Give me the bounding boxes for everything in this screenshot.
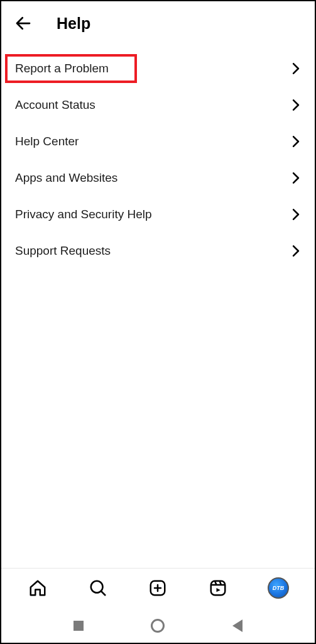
square-icon [74, 621, 84, 631]
menu-item-support-requests[interactable]: Support Requests [1, 233, 315, 269]
header: Help [1, 1, 315, 45]
reels-icon [209, 579, 227, 597]
menu-item-report-problem[interactable]: Report a Problem [1, 50, 315, 87]
chevron-right-icon [291, 246, 301, 256]
svg-rect-2 [211, 581, 226, 596]
menu-list: Report a Problem Account Status Help Cen… [1, 45, 315, 568]
menu-item-label: Support Requests [15, 244, 111, 258]
menu-item-help-center[interactable]: Help Center [1, 123, 315, 160]
nav-profile[interactable]: DTB [268, 577, 289, 599]
triangle-left-icon [232, 619, 242, 632]
search-icon [89, 579, 107, 597]
device-recents-button[interactable] [72, 619, 85, 633]
menu-item-label: Account Status [15, 98, 95, 112]
home-icon [28, 579, 47, 597]
chevron-right-icon [291, 136, 301, 147]
avatar-icon: DTB [268, 577, 289, 599]
menu-item-apps-websites[interactable]: Apps and Websites [1, 160, 315, 196]
circle-icon [151, 619, 165, 633]
device-nav-bar [1, 608, 315, 643]
chevron-right-icon [291, 173, 301, 183]
nav-home[interactable] [27, 577, 48, 599]
back-button[interactable] [14, 14, 33, 33]
device-home-button[interactable] [151, 619, 165, 633]
menu-item-privacy-security[interactable]: Privacy and Security Help [1, 196, 315, 233]
nav-reels[interactable] [207, 577, 229, 599]
menu-item-label: Privacy and Security Help [15, 208, 152, 221]
arrow-left-icon [14, 14, 33, 33]
chevron-right-icon [291, 64, 301, 74]
chevron-right-icon [291, 209, 301, 219]
avatar-text: DTB [273, 585, 285, 591]
app-nav-bar: DTB [1, 568, 315, 608]
nav-search[interactable] [87, 577, 109, 599]
menu-item-label: Report a Problem [15, 62, 109, 75]
menu-item-label: Apps and Websites [15, 171, 117, 185]
menu-item-label: Help Center [15, 135, 79, 148]
menu-item-account-status[interactable]: Account Status [1, 87, 315, 123]
chevron-right-icon [291, 100, 301, 110]
nav-create[interactable] [147, 577, 168, 599]
device-back-button[interactable] [231, 619, 244, 633]
page-title: Help [57, 14, 90, 33]
plus-square-icon [148, 579, 167, 597]
